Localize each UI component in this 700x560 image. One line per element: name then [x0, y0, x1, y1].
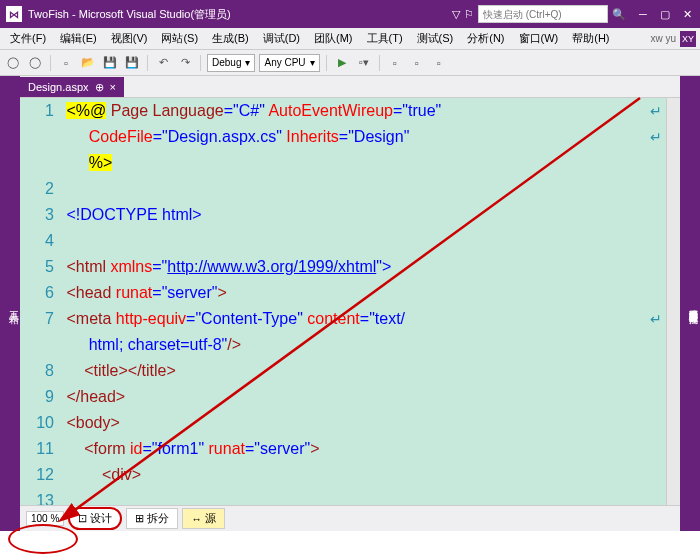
- menu-window[interactable]: 窗口(W): [513, 29, 565, 48]
- tb-icon-1[interactable]: ▫: [386, 54, 404, 72]
- source-view-tab[interactable]: ↔源: [182, 508, 225, 529]
- code-editor[interactable]: 1 <%@ Page Language="C#" AutoEventWireup…: [20, 98, 666, 505]
- tab-close-icon[interactable]: ×: [110, 81, 116, 93]
- save-all-button[interactable]: 💾: [123, 54, 141, 72]
- document-tab-bar: Design.aspx ⊕ ×: [20, 76, 680, 98]
- run-button[interactable]: ▶: [333, 54, 351, 72]
- toolbox-panel-tab[interactable]: 工具箱: [0, 76, 20, 531]
- menu-website[interactable]: 网站(S): [155, 29, 204, 48]
- menu-edit[interactable]: 编辑(E): [54, 29, 103, 48]
- browser-combo[interactable]: ▫▾: [355, 54, 373, 72]
- minimize-button[interactable]: ─: [636, 8, 650, 21]
- search-icon[interactable]: 🔍: [612, 8, 626, 21]
- menu-bar: 文件(F) 编辑(E) 视图(V) 网站(S) 生成(B) 调试(D) 团队(M…: [0, 28, 700, 50]
- menu-team[interactable]: 团队(M): [308, 29, 359, 48]
- menu-tools[interactable]: 工具(T): [361, 29, 409, 48]
- open-button[interactable]: 📂: [79, 54, 97, 72]
- menu-analyze[interactable]: 分析(N): [461, 29, 510, 48]
- tab-title: Design.aspx: [28, 81, 89, 93]
- nav-fwd-button[interactable]: ◯: [26, 54, 44, 72]
- save-button[interactable]: 💾: [101, 54, 119, 72]
- menu-debug[interactable]: 调试(D): [257, 29, 306, 48]
- design-view-tab[interactable]: ⊡设计: [68, 507, 122, 530]
- menu-test[interactable]: 测试(S): [411, 29, 460, 48]
- maximize-button[interactable]: ▢: [658, 8, 672, 21]
- zoom-level[interactable]: 100 %: [26, 511, 64, 526]
- document-tab[interactable]: Design.aspx ⊕ ×: [20, 77, 124, 97]
- notification-icon[interactable]: ⚐: [464, 8, 474, 21]
- menu-build[interactable]: 生成(B): [206, 29, 255, 48]
- close-button[interactable]: ✕: [680, 8, 694, 21]
- right-panel-tabs[interactable]: 解决方案资源管理器 团队资源管理器 属性: [680, 76, 700, 531]
- menu-help[interactable]: 帮助(H): [566, 29, 615, 48]
- title-bar: ⋈ TwoFish - Microsoft Visual Studio(管理员)…: [0, 0, 700, 28]
- user-name[interactable]: xw yu: [650, 33, 676, 44]
- quick-launch-input[interactable]: [478, 5, 608, 23]
- user-avatar[interactable]: XY: [680, 31, 696, 47]
- tb-icon-3[interactable]: ▫: [430, 54, 448, 72]
- view-tabs: 100 % ⊡设计 ⊞拆分 ↔源: [20, 505, 680, 531]
- split-view-tab[interactable]: ⊞拆分: [126, 508, 178, 529]
- nav-back-button[interactable]: ◯: [4, 54, 22, 72]
- window-title: TwoFish - Microsoft Visual Studio(管理员): [28, 7, 452, 22]
- flag-icon[interactable]: ▽: [452, 8, 460, 21]
- tb-icon-2[interactable]: ▫: [408, 54, 426, 72]
- redo-button[interactable]: ↷: [176, 54, 194, 72]
- menu-view[interactable]: 视图(V): [105, 29, 154, 48]
- toolbar: ◯ ◯ ▫ 📂 💾 💾 ↶ ↷ Debug▾ Any CPU▾ ▶ ▫▾ ▫ ▫…: [0, 50, 700, 76]
- platform-combo[interactable]: Any CPU▾: [259, 54, 319, 72]
- config-combo[interactable]: Debug▾: [207, 54, 255, 72]
- new-button[interactable]: ▫: [57, 54, 75, 72]
- tab-pin-icon[interactable]: ⊕: [95, 81, 104, 94]
- menu-file[interactable]: 文件(F): [4, 29, 52, 48]
- vs-logo-icon: ⋈: [6, 6, 22, 22]
- undo-button[interactable]: ↶: [154, 54, 172, 72]
- vertical-scrollbar[interactable]: [666, 98, 680, 505]
